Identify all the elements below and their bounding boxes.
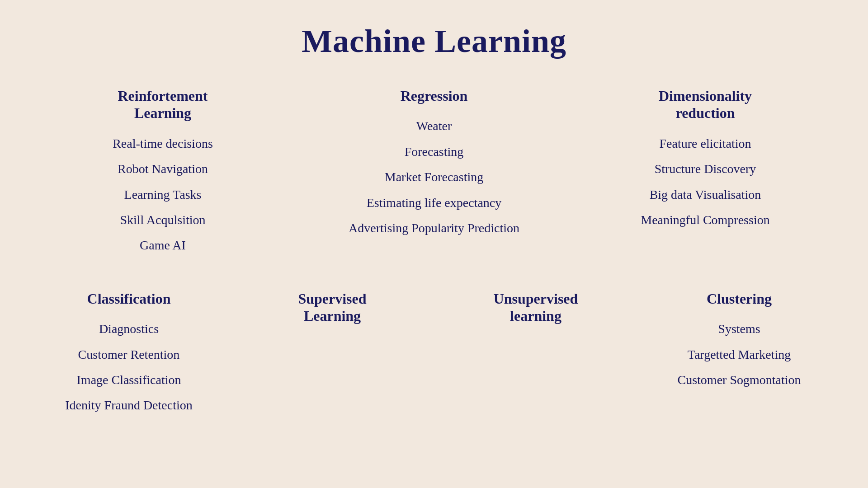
category-classification: Classification Diagnostics Customer Rete… bbox=[27, 290, 231, 423]
category-supervised-learning: SupervisedLearning bbox=[231, 290, 434, 423]
dr-item-1: Feature elicitation bbox=[660, 136, 751, 152]
bottom-row: Classification Diagnostics Customer Rete… bbox=[27, 290, 841, 423]
reinforcement-learning-title: ReinfortementLearning bbox=[118, 87, 208, 122]
content-area: ReinfortementLearning Real-time decision… bbox=[0, 87, 868, 488]
dr-item-2: Structure Discovery bbox=[655, 161, 756, 177]
reg-item-1: Weater bbox=[416, 118, 452, 134]
category-dimensionality-reduction: Dimensionalityreduction Feature elicitat… bbox=[570, 87, 841, 263]
clu-item-3: Customer Sogmontation bbox=[678, 372, 801, 388]
page-title: Machine Learning bbox=[302, 23, 566, 60]
category-unsupervised-learning: Unsupervisedlearning bbox=[434, 290, 637, 423]
reg-item-4: Estimating life expectancy bbox=[367, 195, 502, 211]
cl-item-3: Image Classification bbox=[77, 372, 181, 388]
rl-item-5: Game AI bbox=[140, 237, 186, 253]
rl-item-3: Learning Tasks bbox=[124, 187, 202, 203]
unsupervised-learning-title: Unsupervisedlearning bbox=[494, 290, 578, 325]
rl-item-4: Skill Acqulsition bbox=[120, 212, 205, 228]
clu-item-1: Systems bbox=[718, 321, 760, 337]
classification-title: Classification bbox=[87, 290, 171, 307]
category-reinforcement-learning: ReinfortementLearning Real-time decision… bbox=[27, 87, 298, 263]
cl-item-1: Diagnostics bbox=[99, 321, 159, 337]
category-regression: Regression Weater Forecasting Market For… bbox=[298, 87, 570, 263]
clu-item-2: Targetted Marketing bbox=[688, 347, 791, 363]
supervised-learning-title: SupervisedLearning bbox=[298, 290, 366, 325]
cl-item-4: Idenity Fraund Detection bbox=[65, 397, 192, 413]
regression-title: Regression bbox=[401, 87, 468, 104]
cl-item-2: Customer Retention bbox=[78, 347, 180, 363]
clustering-title: Clustering bbox=[707, 290, 772, 307]
reg-item-3: Market Forecasting bbox=[385, 169, 484, 185]
dr-item-3: Big data Visualisation bbox=[650, 187, 761, 203]
dim-reduction-title: Dimensionalityreduction bbox=[659, 87, 752, 122]
dr-item-4: Meaningful Compression bbox=[641, 212, 769, 228]
rl-item-2: Robot Navigation bbox=[118, 161, 208, 177]
reg-item-2: Forecasting bbox=[405, 144, 464, 160]
rl-item-1: Real-time decisions bbox=[113, 136, 213, 152]
top-row: ReinfortementLearning Real-time decision… bbox=[27, 87, 841, 263]
category-clustering: Clustering Systems Targetted Marketing C… bbox=[637, 290, 841, 423]
reg-item-5: Advertising Popularity Prediction bbox=[349, 220, 519, 236]
